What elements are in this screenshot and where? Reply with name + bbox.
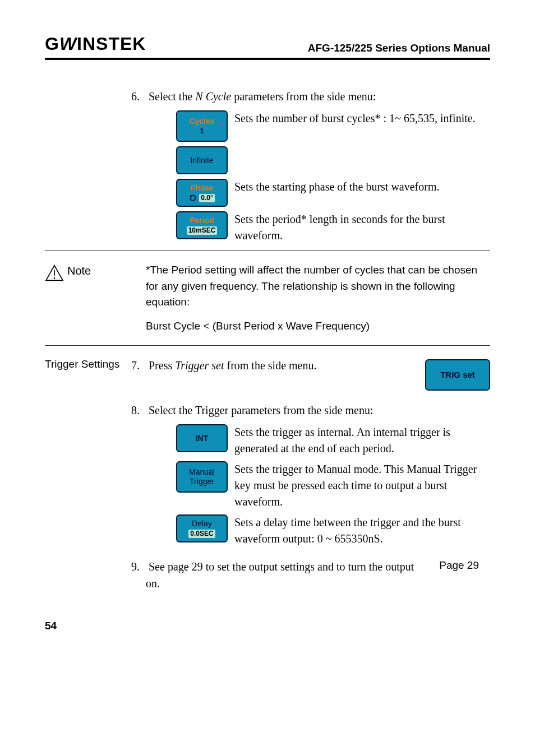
brand-logo: GWINSTEK [45, 34, 146, 54]
page-reference: Page 29 [439, 558, 479, 572]
page-header: GWINSTEK AFG-125/225 Series Options Manu… [45, 34, 490, 60]
logo-text: GWINSTEK [45, 34, 146, 54]
manual-trigger-button[interactable]: Manual Trigger [176, 461, 228, 493]
cycles-description: Sets the number of burst cycles* : 1~ 65… [234, 110, 476, 127]
note-label: Note [67, 265, 91, 277]
int-row: INT Sets the trigger as internal. An int… [176, 424, 490, 457]
divider [45, 251, 490, 251]
cycles-row: Cycles 1 Infinite Sets the number of bur… [176, 110, 490, 174]
step-number: 7. [131, 357, 146, 374]
note-text-1: *The Period setting will affect the numb… [146, 262, 490, 310]
step-number: 6. [131, 88, 146, 105]
divider [45, 345, 490, 346]
int-description: Sets the trigger as internal. An interna… [234, 424, 490, 457]
manual-title: AFG-125/225 Series Options Manual [308, 42, 490, 54]
manual-row: Manual Trigger Sets the trigger to Manua… [176, 461, 490, 510]
period-button[interactable]: Period 10mSEC [176, 211, 228, 239]
step-number: 8. [131, 402, 146, 419]
delay-description: Sets a delay time between the trigger an… [234, 514, 490, 547]
cycles-button[interactable]: Cycles 1 [176, 110, 228, 142]
int-button[interactable]: INT [176, 424, 228, 452]
step-number: 9. [131, 558, 146, 575]
note-text-2: Burst Cycle < (Burst Period x Wave Frequ… [146, 314, 490, 339]
step-7-text: 7. Press Trigger set from the side menu. [146, 357, 414, 374]
warning-icon [45, 265, 64, 281]
step-9-text: 9. See page 29 to set the output setting… [146, 558, 439, 592]
cycle-icon [189, 194, 197, 202]
delay-button[interactable]: Delay 0.0SEC [176, 514, 228, 542]
step-8-text: 8. Select the Trigger parameters from th… [146, 402, 490, 419]
infinite-button[interactable]: Infinite [176, 146, 228, 174]
period-row: Period 10mSEC Sets the period* length in… [176, 211, 490, 244]
page-number: 54 [45, 620, 490, 632]
phase-row: Phase 0.0° Sets the starting phase of th… [176, 179, 490, 207]
step-6-text: 6. Select the N Cycle parameters from th… [146, 88, 490, 105]
trigger-section: Trigger Settings 7. Press Trigger set fr… [45, 357, 490, 597]
period-description: Sets the period* length in seconds for t… [234, 211, 490, 244]
phase-button[interactable]: Phase 0.0° [176, 179, 228, 207]
delay-row: Delay 0.0SEC Sets a delay time between t… [176, 514, 490, 547]
manual-description: Sets the trigger to Manual mode. This Ma… [234, 461, 490, 510]
note-block: Note *The Period setting will affect the… [45, 262, 490, 310]
phase-description: Sets the starting phase of the burst wav… [234, 179, 439, 195]
svg-point-1 [54, 277, 56, 279]
trigger-section-label: Trigger Settings [45, 357, 146, 370]
trig-set-button[interactable]: TRIG set [425, 359, 490, 391]
